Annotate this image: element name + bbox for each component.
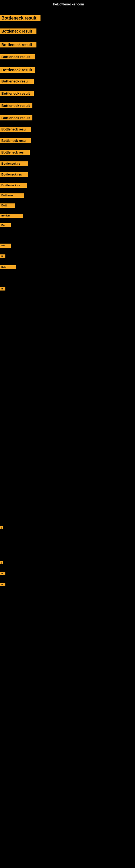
bottleneck-badge-22: Bottl [0,265,16,269]
bottleneck-badge-7: Bottleneck result [0,91,34,96]
bottleneck-badge-27: B [0,583,5,586]
bottleneck-badge-6: Bottleneck resu [0,79,34,84]
bottleneck-badge-21: B [0,254,5,258]
bottleneck-badge-26: B [0,572,5,575]
bottleneck-badge-15: Bottleneck re [0,183,27,188]
bottleneck-badge-1: Bottleneck result [0,15,41,21]
bottleneck-badge-9: Bottleneck result [0,115,32,120]
bottleneck-badge-25: | [0,561,3,564]
bottleneck-badge-5: Bottleneck result [0,67,35,73]
bottleneck-badge-13: Bottleneck re [0,161,28,166]
bottleneck-badge-11: Bottleneck resu [0,138,31,143]
bottleneck-badge-20: Bo [0,244,11,248]
bottleneck-badge-12: Bottleneck res [0,150,30,155]
bottleneck-badge-2: Bottleneck result [0,29,37,34]
bottleneck-badge-4: Bottleneck result [0,54,35,59]
bottleneck-badge-19: Bo [0,223,11,227]
bottleneck-badge-10: Bottleneck resu [0,127,31,132]
bottleneck-badge-24: | [0,526,3,529]
bottleneck-badge-3: Bottleneck result [0,42,37,48]
bottleneck-badge-16: Bottlenec [0,193,24,198]
bottleneck-badge-8: Bottleneck result [0,103,32,108]
bottleneck-badge-14: Bottleneck res [0,172,28,177]
bottleneck-badge-17: Bott [0,204,15,208]
bottleneck-badge-18: Bottlen [0,214,23,218]
bottleneck-badge-23: B [0,287,5,290]
site-title: TheBottlenecker.com [0,2,135,6]
